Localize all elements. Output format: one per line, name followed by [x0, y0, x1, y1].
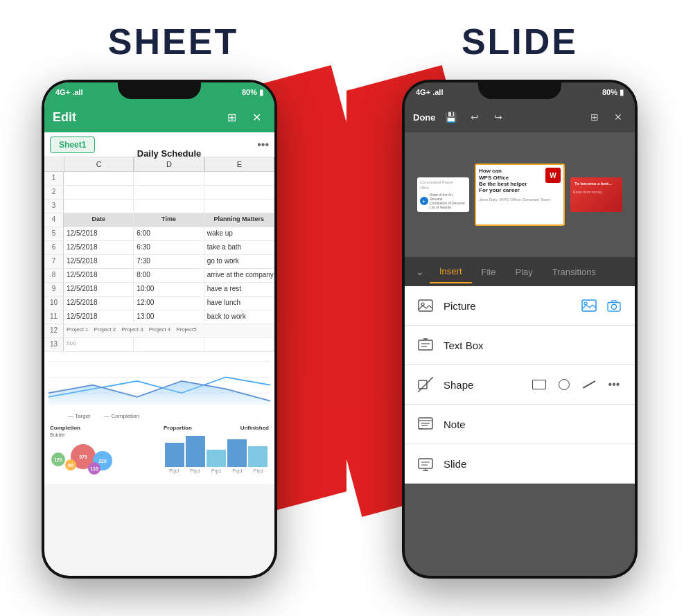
cell-13e: [204, 338, 274, 351]
line-shape-icon[interactable]: [579, 375, 599, 394]
cell-7c[interactable]: 12/5/2018: [64, 255, 134, 268]
rownum-5: 5: [44, 227, 64, 240]
menu-item-note[interactable]: Note: [405, 405, 635, 444]
cell-9c[interactable]: 12/5/2018: [64, 283, 134, 296]
cell-1d[interactable]: [134, 172, 204, 185]
phone-notch-sheet: [118, 80, 201, 99]
menu-item-slide[interactable]: Slide: [405, 444, 635, 484]
rownum-8: 8: [44, 269, 64, 282]
gallery-icon[interactable]: [579, 296, 599, 315]
slide1-logo-area: ✦ State of the Art Resume Completion of …: [420, 193, 466, 209]
sheet1-tab[interactable]: Sheet1: [50, 137, 95, 153]
bar-1: [165, 443, 184, 467]
circle-shape-icon[interactable]: [554, 375, 574, 394]
menu-item-textbox[interactable]: Text Box: [405, 326, 635, 365]
cell-10d[interactable]: 12:00: [134, 297, 204, 310]
cell-9e[interactable]: have a rest: [204, 283, 274, 296]
tab-insert[interactable]: Insert: [430, 261, 472, 283]
svg-rect-4: [419, 300, 432, 311]
bubble-label: Bubble: [50, 432, 155, 437]
svg-point-7: [584, 302, 587, 305]
cell-1e[interactable]: [204, 172, 274, 185]
slide-panel: SLIDE 4G+ .all 80% ▮ Done 💾 ↩ ↪: [346, 0, 693, 616]
cell-11c[interactable]: 12/5/2018: [64, 310, 134, 324]
menu-item-picture[interactable]: Picture: [405, 286, 635, 326]
line-chart-area: — Target — Completion: [44, 352, 274, 421]
row-12-projects: 12 Project 1Project 2Project 3Project 4P…: [44, 324, 274, 338]
cell-11e[interactable]: back to work: [204, 310, 274, 324]
slide-thumb-2[interactable]: How can WPS Office Be the best helper Fo…: [475, 164, 565, 226]
cell-7d[interactable]: 7:30: [134, 255, 204, 268]
cell-3e[interactable]: [204, 200, 274, 213]
svg-rect-10: [419, 340, 432, 350]
bar-4: [227, 439, 247, 467]
slide-thumb-1[interactable]: Convoluted Paper Office ✦ State of the A…: [417, 177, 469, 212]
cell-2c[interactable]: [64, 186, 134, 199]
phone-frame-slide: 4G+ .all 80% ▮ Done 💾 ↩ ↪ ⊞ ✕: [402, 80, 638, 579]
done-button[interactable]: Done: [413, 112, 436, 123]
cell-6e[interactable]: take a bath: [204, 241, 274, 254]
rownum-7: 7: [44, 255, 64, 268]
cell-8d[interactable]: 8:00: [134, 269, 204, 282]
cell-3c[interactable]: [64, 200, 134, 213]
cell-7e[interactable]: go to work: [204, 255, 274, 268]
tab-transitions[interactable]: Transitions: [543, 261, 606, 283]
svg-marker-3: [49, 381, 270, 405]
slide-thumb-3[interactable]: To become a bett... Raise more money: [570, 177, 622, 212]
rownum-9: 9: [44, 283, 64, 296]
save-icon-slide[interactable]: 💾: [443, 109, 459, 125]
save-icon[interactable]: ⊞: [222, 107, 241, 127]
redo-icon[interactable]: ↪: [490, 109, 507, 125]
cell-11d[interactable]: 13:00: [134, 310, 204, 324]
cell-13d: [134, 338, 204, 351]
cell-2e[interactable]: [204, 186, 274, 199]
cell-9d[interactable]: 10:00: [134, 283, 204, 296]
rownum-13: 13: [44, 338, 64, 351]
tab-file[interactable]: File: [472, 261, 506, 283]
sheet-more-dots[interactable]: •••: [257, 139, 269, 151]
cell-8c[interactable]: 12/5/2018: [64, 269, 134, 282]
cell-1c[interactable]: [64, 172, 134, 185]
picture-label: Picture: [444, 300, 571, 312]
close-icon-slide[interactable]: ✕: [610, 109, 626, 125]
more-shapes-icon[interactable]: •••: [604, 375, 624, 394]
cell-10c[interactable]: 12/5/2018: [64, 297, 134, 310]
bar-chart-container: Proportion Unfinished P: [161, 422, 272, 483]
undo-icon[interactable]: ↩: [466, 109, 483, 125]
row-3: 3: [44, 200, 274, 213]
bar-labels: PrjctPrjctPrjctPrjctPrjct: [164, 468, 269, 473]
menu-arrow-icon[interactable]: ⌄: [410, 266, 430, 277]
close-icon-sheet[interactable]: ✕: [247, 107, 266, 127]
view-icon[interactable]: ⊞: [586, 109, 603, 125]
toolbar-title-sheet: Edit: [53, 110, 216, 125]
cell-6d[interactable]: 6:30: [134, 241, 204, 254]
cell-5d[interactable]: 6:00: [134, 227, 204, 240]
cell-5c[interactable]: 12/5/2018: [64, 227, 134, 240]
line-chart-svg: [47, 353, 272, 409]
row-4-header: 4 Date Time Planning Matters: [44, 213, 274, 227]
wps-logo-slide: W: [545, 168, 561, 183]
textbox-svg: [418, 337, 433, 353]
camera-icon[interactable]: [604, 296, 624, 315]
cell-6c[interactable]: 12/5/2018: [64, 241, 134, 254]
svg-point-9: [611, 304, 616, 309]
rownum-10: 10: [44, 297, 64, 310]
phone-notch-slide: [478, 80, 561, 99]
tab-play[interactable]: Play: [505, 261, 542, 283]
cell-3d[interactable]: [134, 200, 204, 213]
slide1-company: Convoluted Paper: [420, 180, 466, 184]
slide1-text-list: State of the Art Resume Completion of Re…: [430, 193, 466, 209]
slide2-main-text: How can WPS Office Be the best helper Fo…: [479, 168, 527, 193]
rect-shape-icon[interactable]: [529, 375, 549, 394]
cell-8e[interactable]: arrive at the company: [204, 269, 274, 282]
cell-10e[interactable]: have lunch: [204, 297, 274, 310]
bubble-120: 120: [51, 452, 65, 466]
bar-chart-mini: [164, 432, 269, 467]
slide-thumb-3-content: To become a bett... Raise more money: [570, 177, 622, 212]
proportion-label: Proportion: [164, 425, 192, 431]
shape-svg: [418, 377, 433, 392]
cell-2d[interactable]: [134, 186, 204, 199]
cell-5e[interactable]: wake up: [204, 227, 274, 240]
proportion-header: Proportion Unfinished: [164, 425, 269, 431]
menu-item-shape[interactable]: Shape •••: [405, 365, 635, 405]
